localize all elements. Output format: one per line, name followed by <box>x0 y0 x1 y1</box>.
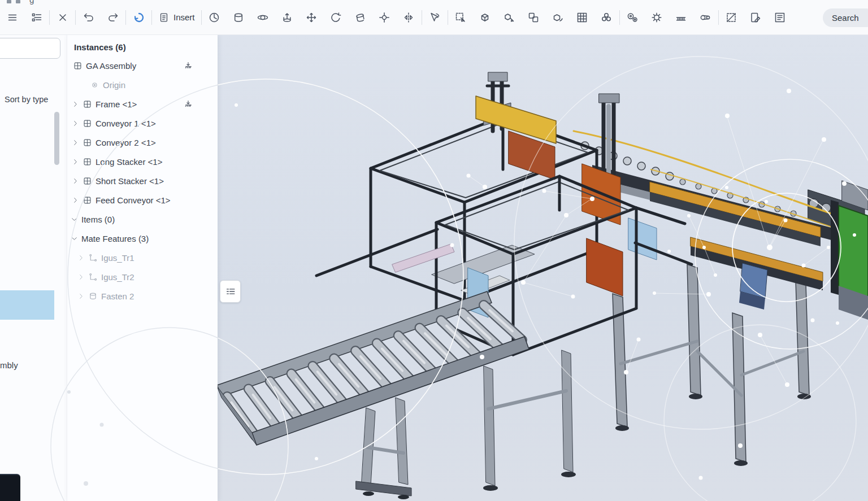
tree-row-short-stacker-1[interactable]: Short Stacker <1> <box>67 171 218 190</box>
translate-icon <box>305 11 318 24</box>
tree-row-igus-tr2[interactable]: Igus_Tr2 <box>67 267 218 286</box>
insert-label: Insert <box>173 12 195 22</box>
tree-row-ga-assembly[interactable]: GA Assembly <box>67 56 218 75</box>
translate-button[interactable] <box>303 8 320 27</box>
outline-list-button[interactable] <box>28 8 45 27</box>
redo-icon <box>107 11 119 24</box>
tree-row-label: Feed Conveyor <1> <box>96 195 171 205</box>
toolbar-groups: Insert <box>3 8 789 27</box>
tree-row-long-stacker-1[interactable]: Long Stacker <1> <box>67 152 218 171</box>
chevron-right-icon <box>77 254 85 262</box>
undo-button[interactable] <box>80 8 97 27</box>
group-parts-button[interactable] <box>525 8 542 27</box>
sidebar-selected-item[interactable] <box>0 290 54 320</box>
tree-row-label: Igus_Tr2 <box>101 272 134 282</box>
pattern-table-button[interactable] <box>574 8 591 27</box>
tree-row-conveyor-1-1[interactable]: Conveyor 1 <1> <box>67 114 218 133</box>
rack-button[interactable] <box>672 8 690 27</box>
tree-row-feed-conveyor-1[interactable]: Feed Conveyor <1> <box>67 190 218 210</box>
sidebar-search-input[interactable] <box>0 38 60 59</box>
mirror-button[interactable] <box>400 8 418 27</box>
tree-row-label: Short Stacker <1> <box>96 176 164 186</box>
sort-by-type-control[interactable]: Sort by type <box>5 95 48 104</box>
chevron-right-icon <box>72 101 79 108</box>
insert-button[interactable]: Insert <box>156 12 197 23</box>
sketch-sheet-icon <box>749 11 762 24</box>
tree-row-label: Conveyor 2 <1> <box>96 138 156 147</box>
tree-row-fasten-2[interactable]: Fasten 2 <box>67 286 218 306</box>
redo-button[interactable] <box>104 8 121 27</box>
tilt-button[interactable] <box>351 8 369 27</box>
sidebar-scrollbar[interactable] <box>54 112 59 165</box>
appearance-button[interactable] <box>598 8 615 27</box>
instances-panel: Instances (6) GA AssemblyOriginFrame <1>… <box>67 35 218 501</box>
tree-row-label: Mate Features (3) <box>81 234 149 243</box>
tree-row-label: Conveyor 1 <1> <box>96 119 156 128</box>
insert-icon <box>158 12 170 23</box>
grab-part-button[interactable] <box>549 8 567 27</box>
tree-row-frame-1[interactable]: Frame <1> <box>67 94 218 114</box>
section-view-button[interactable] <box>723 8 740 27</box>
extrude-button[interactable] <box>279 8 296 27</box>
assembly-icon <box>83 119 92 128</box>
chevron-right-icon <box>77 273 85 281</box>
sidebar-thumbnail[interactable] <box>0 474 20 501</box>
cylinder-icon <box>232 11 245 24</box>
insert-part-icon <box>479 11 491 24</box>
toolbar-separator <box>75 10 76 25</box>
sketch-sheet-button[interactable] <box>747 8 765 27</box>
sync-button[interactable] <box>130 8 147 27</box>
tree-row-label: Igus_Tr1 <box>101 253 134 263</box>
crosshair-icon <box>378 11 390 24</box>
cylinder-button[interactable] <box>230 8 248 27</box>
toolbar-separator <box>49 10 50 25</box>
tree-row-label: GA Assembly <box>86 61 136 71</box>
close-icon <box>57 11 69 24</box>
mate-icon <box>88 272 98 282</box>
gears-button[interactable] <box>624 8 641 27</box>
gear-star-button[interactable] <box>648 8 666 27</box>
instances-panel-title: Instances (6) <box>67 35 218 56</box>
chevron-right-icon <box>72 139 79 146</box>
fasten-icon <box>88 291 98 301</box>
select-region-button[interactable] <box>452 8 470 27</box>
chevron-right-icon <box>77 293 85 300</box>
origin-icon <box>90 80 99 90</box>
belt-link-button[interactable] <box>697 8 714 27</box>
tree-row-label: Origin <box>103 80 125 90</box>
structure-list-icon <box>225 286 236 297</box>
chevron-right-icon <box>72 177 79 185</box>
bom-icon <box>774 11 786 24</box>
menu-button[interactable] <box>3 8 21 27</box>
rotate-icon <box>329 11 342 24</box>
tree-row-origin[interactable]: Origin <box>67 75 218 94</box>
belt-link-icon <box>699 11 711 24</box>
mate-icon <box>88 253 98 263</box>
insert-part-button[interactable] <box>476 8 494 27</box>
chevron-down-icon <box>71 235 78 242</box>
clipped-tab-text: g <box>29 0 34 5</box>
tree-row-igus-tr1[interactable]: Igus_Tr1 <box>67 248 218 267</box>
tree-row-conveyor-2-1[interactable]: Conveyor 2 <1> <box>67 133 218 152</box>
snap-drag-button[interactable] <box>426 8 444 27</box>
toolbar-separator <box>422 10 422 25</box>
revolve-button[interactable] <box>206 8 223 27</box>
grab-part-icon <box>552 11 564 24</box>
assembly-icon <box>83 195 92 205</box>
toolbar-search[interactable]: Search <box>823 8 868 27</box>
assembly-structure-button[interactable] <box>220 280 241 303</box>
tree-row-label: Items (0) <box>81 215 115 224</box>
close-button[interactable] <box>54 8 71 27</box>
sidebar-item-label-partial: mbly <box>0 360 18 370</box>
orbit-button[interactable] <box>254 8 272 27</box>
bom-button[interactable] <box>771 8 789 27</box>
tree-row-items-0[interactable]: Items (0) <box>67 210 218 229</box>
pick-part-button[interactable] <box>501 8 518 27</box>
tilt-icon <box>354 11 366 24</box>
rotate-button[interactable] <box>327 8 345 27</box>
assembly-icon <box>83 157 92 167</box>
tree-row-mate-features-3[interactable]: Mate Features (3) <box>67 229 218 248</box>
outline-list-icon <box>31 11 43 24</box>
crosshair-button[interactable] <box>376 8 393 27</box>
toolbar-separator <box>718 10 719 25</box>
